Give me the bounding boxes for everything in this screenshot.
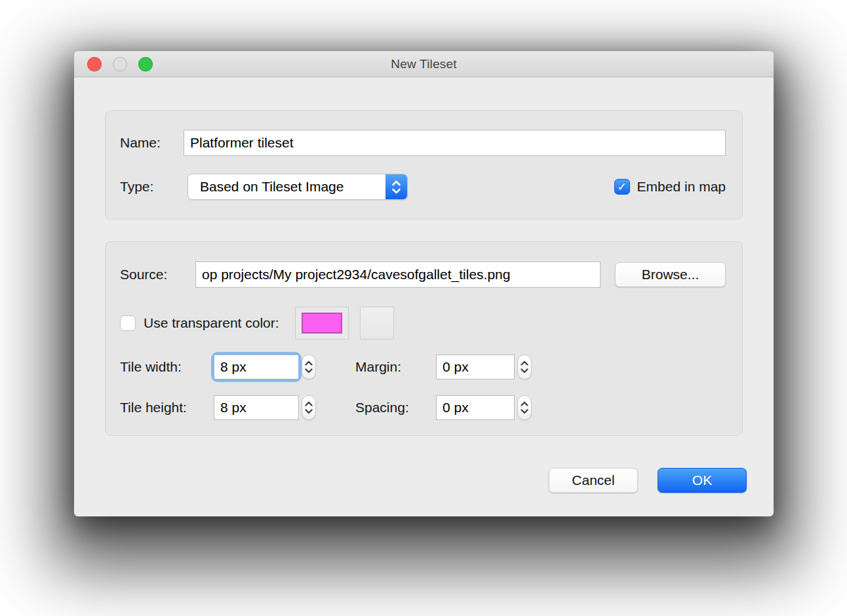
transparent-color-well[interactable] — [295, 307, 349, 339]
checkmark-icon: ✓ — [617, 180, 626, 194]
chevron-up-icon — [306, 362, 312, 365]
name-input[interactable] — [184, 130, 726, 156]
chevron-down-icon — [306, 370, 312, 373]
desktop-background: New Tileset Tileset Name: Type: Based on… — [0, 0, 847, 616]
type-dropdown-value: Based on Tileset Image — [188, 174, 385, 199]
tileset-group-box: Name: Type: Based on Tileset Image ✓ Emb — [105, 110, 743, 220]
tile-width-label: Tile width: — [120, 359, 214, 375]
dropdown-chevrons-icon — [385, 174, 407, 199]
chevron-up-icon — [522, 362, 528, 365]
transparent-color-swatch — [302, 313, 342, 334]
tile-height-input[interactable] — [214, 395, 299, 420]
ok-button[interactable]: OK — [658, 468, 747, 493]
use-transparent-color-label: Use transparent color: — [144, 315, 279, 331]
embed-in-map-label: Embed in map — [637, 179, 726, 195]
tile-width-stepper[interactable] — [302, 355, 316, 379]
new-tileset-dialog: New Tileset Tileset Name: Type: Based on… — [74, 51, 774, 516]
embed-in-map-checkbox[interactable]: ✓ — [614, 179, 630, 195]
image-group-box: Source: Browse... Use transparent color:… — [105, 241, 743, 436]
window-title: New Tileset — [74, 51, 774, 77]
margin-input[interactable] — [436, 355, 515, 379]
type-label: Type: — [120, 179, 187, 195]
zoom-button[interactable] — [138, 57, 153, 71]
chevron-down-icon — [306, 410, 312, 414]
margin-label: Margin: — [355, 359, 436, 375]
type-dropdown[interactable]: Based on Tileset Image — [187, 174, 408, 200]
tile-height-stepper[interactable] — [302, 395, 316, 420]
close-button[interactable] — [87, 57, 102, 71]
spacing-stepper[interactable] — [517, 395, 532, 420]
source-input[interactable] — [195, 261, 601, 288]
source-label: Source: — [120, 267, 195, 282]
browse-button[interactable]: Browse... — [615, 262, 726, 287]
tile-width-input[interactable] — [214, 355, 299, 379]
tile-height-label: Tile height: — [120, 400, 214, 415]
cancel-button[interactable]: Cancel — [549, 468, 638, 493]
chevron-down-icon — [522, 410, 528, 414]
color-picker-button[interactable] — [360, 307, 394, 339]
titlebar[interactable]: New Tileset — [74, 51, 774, 77]
name-label: Name: — [120, 135, 184, 151]
margin-stepper[interactable] — [517, 355, 532, 379]
chevron-down-icon — [522, 370, 528, 373]
spacing-label: Spacing: — [355, 400, 436, 415]
chevron-up-icon — [522, 402, 528, 406]
minimize-button[interactable] — [113, 57, 127, 71]
chevron-up-icon — [306, 402, 312, 406]
spacing-input[interactable] — [436, 395, 515, 420]
use-transparent-color-checkbox[interactable] — [120, 315, 136, 331]
